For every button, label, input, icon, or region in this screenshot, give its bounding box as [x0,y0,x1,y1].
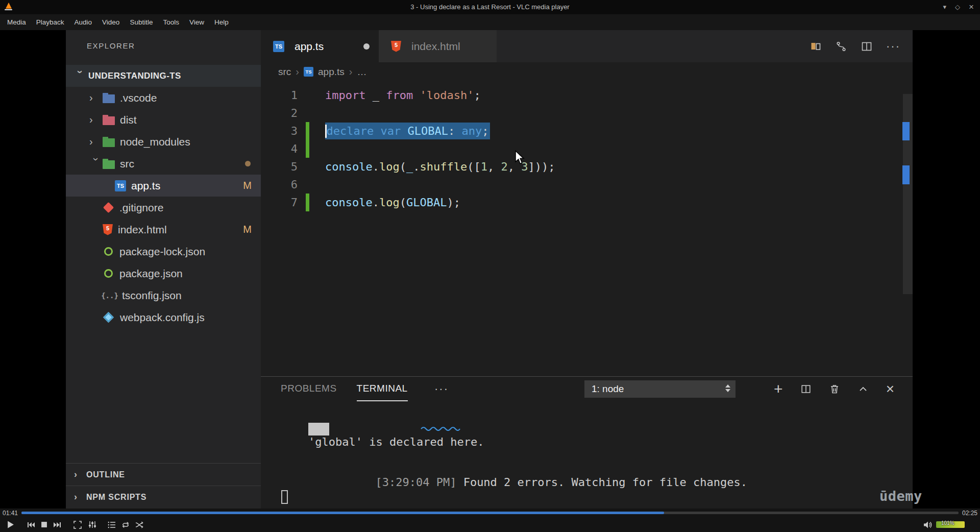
tab-app.ts[interactable]: TSapp.ts [261,30,379,62]
compare-changes-icon[interactable] [835,40,847,53]
chevron-right-icon: › [89,114,103,126]
split-terminal-icon[interactable] [800,383,812,395]
stop-icon[interactable] [41,521,47,528]
panel-more-icon[interactable]: ··· [434,377,449,401]
tree-root-folder[interactable]: ›UNDERSTANDING-TS [66,65,261,87]
menu-item-media[interactable]: Media [2,14,31,30]
file-label: dist [120,114,137,126]
speaker-icon[interactable] [923,521,933,529]
braces-icon: {..} [103,292,117,300]
editor-tab-bar: TSapp.ts5index.html ··· [261,30,913,62]
tree-item-app.ts[interactable]: TSapp.tsM [66,175,261,197]
code-line-2: 2 [261,104,913,122]
tree-item-.vscode[interactable]: ›.vscode [66,87,261,109]
previous-icon[interactable] [27,521,35,528]
json-icon [104,247,113,256]
modified-dot-icon [245,161,251,166]
tree-item-package-lock.json[interactable]: ›package-lock.json [66,240,261,262]
line-number: 7 [261,194,298,211]
tree-item-package.json[interactable]: ›package.json [66,262,261,284]
file-label: node_modules [120,136,190,148]
extended-settings-icon[interactable] [88,521,96,528]
editor-main: TSapp.ts5index.html ··· s [261,30,913,509]
tree-item-index.html[interactable]: ›5index.htmlM [66,219,261,240]
title-bar[interactable]: 3 - Using declare as a Last Resort - VLC… [0,0,980,14]
file-label: .vscode [120,92,157,104]
close-panel-icon[interactable]: × [886,381,894,397]
file-label: webpack.config.js [120,311,205,324]
menu-item-tools[interactable]: Tools [158,14,184,30]
menu-item-subtitle[interactable]: Subtitle [125,14,158,30]
tree-item-node_modules[interactable]: ›node_modules [66,131,261,153]
section-outline[interactable]: ›OUTLINE [66,463,261,486]
tab-label: index.html [411,40,460,53]
section-label: NPM SCRIPTS [86,493,146,502]
player-controls-bar: 01:41 02:25 [0,509,980,532]
tree-item-dist[interactable]: ›dist [66,109,261,131]
git-modified-badge: M [243,224,252,235]
typescript-icon: TS [304,67,313,77]
shuffle-icon[interactable] [135,521,143,528]
menu-item-help[interactable]: Help [209,14,234,30]
more-actions-icon[interactable]: ··· [886,40,900,53]
new-terminal-icon[interactable]: + [774,380,783,398]
terminal-output[interactable]: 'global' is declared here. [3:29:04 PM] … [261,401,913,509]
kill-terminal-icon[interactable] [829,383,840,395]
breadcrumb-item[interactable]: … [357,66,366,78]
chevron-right-icon: › [74,469,86,480]
menu-item-audio[interactable]: Audio [69,14,97,30]
tree-item-tsconfig.json[interactable]: ›{..}tsconfig.json [66,284,261,306]
tree-item-.gitignore[interactable]: ›.gitignore [66,197,261,219]
menu-item-playback[interactable]: Playback [31,14,69,30]
tab-index.html[interactable]: 5index.html [379,30,497,62]
playlist-icon[interactable] [108,521,116,528]
terminal-panel: PROBLEMSTERMINAL ··· 1: node + [261,376,913,509]
open-changes-icon[interactable] [810,40,822,53]
menu-item-view[interactable]: View [184,14,209,30]
folder-icon [103,137,115,147]
tabs: TSapp.ts5index.html [261,30,497,62]
maximize-panel-icon[interactable] [857,383,869,395]
next-icon[interactable] [53,521,61,528]
volume-slider[interactable]: 101% [936,521,965,528]
close-icon[interactable]: × [969,0,974,14]
git-modified-badge: M [243,180,252,191]
tree-item-src[interactable]: ›src [66,153,261,175]
mouse-cursor [514,150,526,165]
git-added-gutter [306,194,309,211]
terminal-selector[interactable]: 1: node [584,380,736,398]
window-title: 3 - Using declare as a Last Resort - VLC… [0,0,980,14]
panel-tab-terminal[interactable]: TERMINAL [357,377,408,401]
section-npm-scripts[interactable]: ›NPM SCRIPTS [66,486,261,508]
panel-tabs: PROBLEMSTERMINAL [281,377,408,401]
panel-tab-problems[interactable]: PROBLEMS [281,377,337,401]
seek-bar[interactable] [21,512,959,514]
breadcrumb-item[interactable]: src [278,66,291,78]
chevron-right-icon: › [89,92,103,104]
code-editor[interactable]: 1import _ from 'lodash';23declare var GL… [261,81,913,376]
fullscreen-icon[interactable] [74,521,82,529]
file-label: .gitignore [119,202,163,214]
time-total: 02:25 [962,510,977,517]
breadcrumb-item[interactable]: app.ts [318,66,345,78]
play-icon[interactable] [6,520,15,529]
html5-icon: 5 [391,41,401,52]
line-number: 4 [261,140,298,158]
tree-item-webpack.config.js[interactable]: ›webpack.config.js [66,306,261,328]
terminal-line: 'global' is declared here. [308,436,484,448]
loop-icon[interactable] [121,521,130,528]
sidebar-sections: ›OUTLINE›NPM SCRIPTS [66,463,261,508]
file-label: src [120,158,134,170]
code-line-4: 4 [261,140,913,158]
maximize-icon[interactable]: ◇ [955,0,960,14]
folder-icon [103,159,115,169]
vscode-screen: EXPLORER ›UNDERSTANDING-TS›.vscode›dist›… [66,30,913,509]
minimize-icon[interactable]: ▾ [943,0,947,14]
terminal-line: [3:29:04 PM] Found 2 errors. Watching fo… [281,463,747,501]
split-editor-icon[interactable] [861,40,873,53]
overview-ruler[interactable] [900,81,913,376]
menu-item-video[interactable]: Video [97,14,125,30]
video-area[interactable]: EXPLORER ›UNDERSTANDING-TS›.vscode›dist›… [0,30,980,509]
seek-fill [21,512,664,514]
selection-highlight: declare var GLOBAL: any; [325,123,490,139]
